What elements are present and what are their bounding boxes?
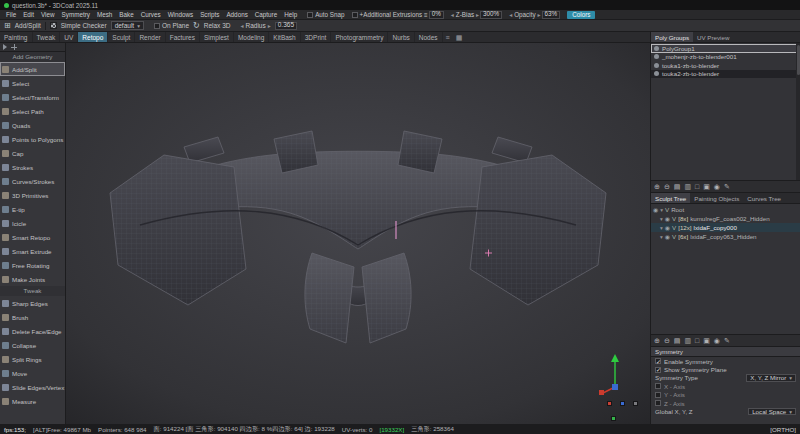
sidebar-tool-points-to-polygons[interactable]: Points to Polygons — [0, 132, 65, 146]
simple-checker-label[interactable]: Simple Checker — [61, 22, 107, 29]
visibility-icon[interactable]: ◉ — [714, 337, 720, 345]
tab-curves-tree[interactable]: Curves Tree — [743, 193, 785, 203]
eye-icon[interactable]: ◉ — [665, 215, 670, 222]
colors-button[interactable]: Colors — [567, 11, 595, 19]
sidebar-tool-select[interactable]: Select — [0, 76, 65, 90]
enable-symmetry-row[interactable]: Enable Symmetry — [651, 357, 800, 365]
visibility-icon[interactable]: ◉ — [714, 183, 720, 191]
sidebar-tool-smart-extrude[interactable]: Smart Extrude — [0, 244, 65, 258]
add-split-icon[interactable]: ⊞ — [4, 22, 11, 30]
tab-uv[interactable]: UV — [60, 32, 78, 42]
tab-retopo[interactable]: Retopo — [78, 32, 108, 42]
panel-collapse-icon[interactable] — [3, 44, 7, 50]
sidebar-tool-make-joints[interactable]: Make Joints — [0, 272, 65, 286]
sidebar-tool-curves-strokes[interactable]: Curves/Strokes — [0, 174, 65, 188]
sidebar-tool-slide-edges-vertex[interactable]: Slide Edges/Vertex — [0, 380, 65, 394]
show-symmetry-plane-row[interactable]: Show Symmetry Plane — [651, 365, 800, 373]
grid-view-icon[interactable]: ▥ — [684, 183, 691, 191]
sidebar-tool-select-path[interactable]: Select Path — [0, 104, 65, 118]
tree-row[interactable]: ▾ ◉ V [8x] kumuIregF_coas002_Hidden — [651, 214, 800, 223]
list-view-icon[interactable]: ▤ — [674, 183, 681, 191]
tab-painting[interactable]: Painting — [0, 32, 33, 42]
sidebar-tool-add-split[interactable]: Add/Split — [0, 62, 65, 76]
tree-row[interactable]: ▾ ◉ V [6x] lxidaF_copy063_Hidden — [651, 232, 800, 241]
x-axis-button[interactable] — [607, 401, 612, 406]
layers-icon[interactable]: ▣ — [703, 183, 710, 191]
opacity-decrement-icon[interactable]: ◂ — [509, 11, 512, 18]
zoom-out-icon[interactable]: ⊖ — [664, 183, 670, 191]
sidebar-tool-sharp-edges[interactable]: Sharp Edges — [0, 296, 65, 310]
polygroup-item[interactable]: touka1-zb-to-blender — [651, 61, 800, 70]
sidebar-tool-move[interactable]: Move — [0, 366, 65, 380]
eye-icon[interactable]: ◉ — [653, 206, 658, 213]
polygroup-item[interactable]: PolyGroup1 — [651, 44, 800, 53]
scrollbar-thumb[interactable] — [797, 45, 800, 75]
layers-icon[interactable]: ▣ — [703, 337, 710, 345]
menu-curves[interactable]: Curves — [138, 11, 164, 18]
menu-windows[interactable]: Windows — [165, 11, 197, 18]
menu-mesh[interactable]: Mesh — [94, 11, 115, 18]
zoom-in-icon[interactable]: ⊕ — [654, 337, 660, 345]
tree-row[interactable]: ▾ ◉ V [12x] lxidaF_copy000 — [651, 223, 800, 232]
new-layer-icon[interactable]: □ — [695, 337, 699, 344]
orientation-gizmo[interactable] — [598, 351, 632, 396]
tab-poly-groups[interactable]: Poly Groups — [651, 32, 693, 42]
sidebar-tool-cap[interactable]: Cap — [0, 146, 65, 160]
sidebar-tool-free-rotating[interactable]: Free Rotating — [0, 258, 65, 272]
sidebar-tool-delete-face-edge[interactable]: Delete Face/Edge — [0, 324, 65, 338]
tab-modeling[interactable]: Modeling — [234, 32, 269, 42]
sidebar-tool-split-rings[interactable]: Split Rings — [0, 352, 65, 366]
sidebar-tool-icicle[interactable]: Icicle — [0, 216, 65, 230]
tab-menu-icon[interactable]: ≡ — [443, 32, 453, 42]
menu-edit[interactable]: Edit — [20, 11, 37, 18]
tab-factures[interactable]: Factures — [166, 32, 200, 42]
viewport-3d[interactable] — [66, 43, 650, 424]
z-bias-value[interactable]: 300% — [480, 11, 502, 19]
menu-capture[interactable]: Capture — [252, 11, 280, 18]
opacity-value[interactable]: 63% — [542, 11, 561, 19]
expander-icon[interactable]: ▾ — [660, 234, 663, 240]
tab-simplest[interactable]: Simplest — [200, 32, 234, 42]
menu-addons[interactable]: Addons — [223, 11, 250, 18]
sidebar-tool-3d-primitives[interactable]: 3D Primitives — [0, 188, 65, 202]
menu-file[interactable]: File — [3, 11, 19, 18]
y-axis-row[interactable]: Y - Axis — [651, 391, 800, 399]
grid-view-icon[interactable]: ▥ — [684, 337, 691, 345]
polygroup-item[interactable]: _mohenjr-zb-to-blender001 — [651, 53, 800, 62]
tab-painting-objects[interactable]: Painting Objects — [690, 193, 743, 203]
y-axis-button[interactable] — [611, 416, 616, 421]
on-plane-checkbox[interactable] — [154, 23, 160, 29]
sidebar-tool-brush[interactable]: Brush — [0, 310, 65, 324]
z-axis-button[interactable] — [620, 401, 625, 406]
tab-sculpt-tree[interactable]: Sculpt Tree — [651, 193, 690, 203]
z-axis-row[interactable]: Z - Axis — [651, 399, 800, 407]
enable-symmetry-checkbox[interactable] — [655, 358, 661, 364]
show-symmetry-plane-checkbox[interactable] — [655, 367, 661, 373]
z-axis-checkbox[interactable] — [655, 400, 661, 406]
tab-3dprint[interactable]: 3DPrint — [301, 32, 332, 42]
preset-dropdown[interactable]: default ▾ — [111, 21, 144, 30]
menu-scripts[interactable]: Scripts — [197, 11, 222, 18]
auto-snap-checkbox[interactable] — [307, 12, 313, 18]
tab-kitbash[interactable]: KitBash — [269, 32, 300, 42]
additional-extrusions-checkbox[interactable] — [352, 12, 358, 18]
extrusion-menu-icon[interactable]: ≡ — [424, 11, 428, 18]
relax-icon[interactable]: ↻ — [193, 22, 200, 30]
tab-nodes[interactable]: Nodes — [415, 32, 443, 42]
space-dropdown[interactable]: Local Space ▾ — [748, 408, 796, 416]
sidebar-tool-select-transform[interactable]: Select/Transform — [0, 90, 65, 104]
menu-bake[interactable]: Bake — [116, 11, 136, 18]
z-bias-decrement-icon[interactable]: ◂ — [451, 11, 454, 18]
symmetry-type-dropdown[interactable]: X, Y, Z Mirror ▾ — [746, 374, 796, 382]
tab-sculpt[interactable]: Sculpt — [108, 32, 135, 42]
tab-render[interactable]: Render — [135, 32, 165, 42]
expander-icon[interactable]: ▾ — [660, 207, 663, 213]
panel-options-icon[interactable] — [11, 44, 17, 50]
tab-photogrammetry[interactable]: Photogrammetry — [331, 32, 388, 42]
sidebar-tool-etip[interactable]: E-tip — [0, 202, 65, 216]
eye-icon[interactable]: ◉ — [665, 233, 670, 240]
polygroups-scrollbar[interactable] — [796, 43, 800, 180]
menu-view[interactable]: View — [38, 11, 58, 18]
menu-symmetry[interactable]: Symmetry — [59, 11, 93, 18]
polygroup-item[interactable]: touka2-zb-to-blender — [651, 70, 800, 79]
